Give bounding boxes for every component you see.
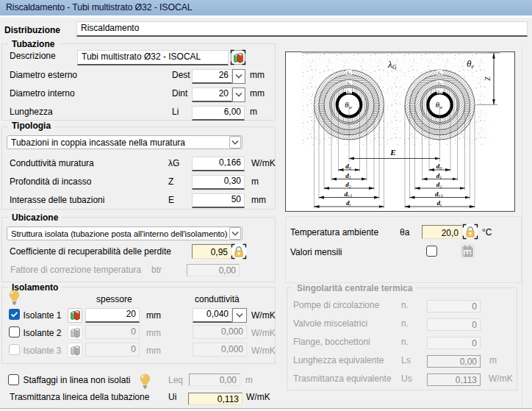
svg-text:Z: Z xyxy=(484,76,492,81)
svg-text:E: E xyxy=(389,148,395,157)
svg-text:12: 12 xyxy=(464,250,471,257)
